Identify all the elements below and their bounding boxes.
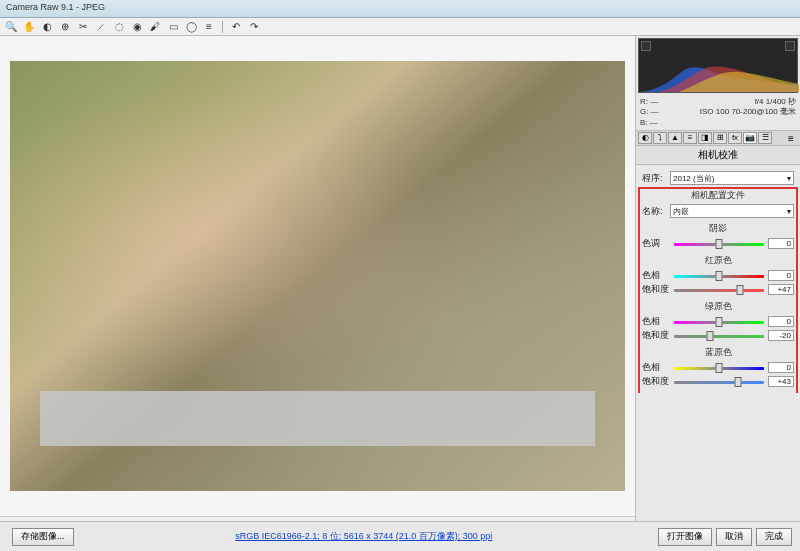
hand-tool-icon[interactable]: ✋ [22, 20, 36, 34]
tab-split[interactable]: ◨ [698, 132, 712, 144]
process-dropdown[interactable]: 2012 (当前) [670, 171, 794, 185]
panel-title: 相机校准 [636, 146, 800, 165]
window-titlebar: Camera Raw 9.1 - JPEG [0, 0, 800, 18]
prefs-icon[interactable]: ≡ [202, 20, 216, 34]
red-header: 红原色 [642, 254, 794, 267]
blue-hue-slider[interactable] [674, 364, 764, 372]
red-hue-label: 色相 [642, 269, 670, 282]
tab-presets[interactable]: ☰ [758, 132, 772, 144]
blue-hue-label: 色相 [642, 361, 670, 374]
histogram-curve [639, 52, 799, 92]
process-row: 程序: 2012 (当前) [642, 171, 794, 185]
done-button[interactable]: 完成 [756, 528, 792, 546]
profile-row: 名称: 内嵌 [642, 204, 794, 218]
shadow-header: 阴影 [642, 222, 794, 235]
sampler-icon[interactable]: ⊕ [58, 20, 72, 34]
red-sat-row: 饱和度 +47 [642, 283, 794, 296]
meta-exposure: f/4 1/400 秒 [755, 97, 796, 107]
eyedropper-icon[interactable]: ◐ [40, 20, 54, 34]
toolbar: 🔍 ✋ ◐ ⊕ ✂ ⟋ ◌ ◉ 🖌 ▭ ◯ ≡ ↶ ↷ [0, 18, 800, 36]
cancel-button[interactable]: 取消 [716, 528, 752, 546]
blue-sat-label: 饱和度 [642, 375, 670, 388]
green-sat-slider[interactable] [674, 332, 764, 340]
main-area: − + 30.4% IMG_6786.JPG ▦ ◨ ⇄ R: —f/4 1/4… [0, 36, 800, 536]
tab-calibration[interactable]: 📷 [743, 132, 757, 144]
tab-detail[interactable]: ▲ [668, 132, 682, 144]
meta-g: G: — [640, 107, 659, 117]
blue-header: 蓝原色 [642, 346, 794, 359]
zoom-tool-icon[interactable]: 🔍 [4, 20, 18, 34]
profile-section-header: 相机配置文件 [642, 189, 794, 202]
red-sat-label: 饱和度 [642, 283, 670, 296]
rotate-ccw-icon[interactable]: ↶ [229, 20, 243, 34]
blue-sat-row: 饱和度 +43 [642, 375, 794, 388]
workflow-link[interactable]: sRGB IEC61966-2.1; 8 位; 5616 x 3744 (21.… [235, 530, 492, 543]
blue-sat-slider[interactable] [674, 378, 764, 386]
green-sat-label: 饱和度 [642, 329, 670, 342]
green-header: 绿原色 [642, 300, 794, 313]
green-hue-slider[interactable] [674, 318, 764, 326]
highlight-clip-icon[interactable] [785, 41, 795, 51]
right-panel: R: —f/4 1/400 秒 G: —ISO 100 70-200@100 毫… [635, 36, 800, 536]
exif-meta: R: —f/4 1/400 秒 G: —ISO 100 70-200@100 毫… [636, 95, 800, 130]
tab-lens[interactable]: ⊞ [713, 132, 727, 144]
profile-label: 名称: [642, 205, 666, 218]
process-label: 程序: [642, 172, 666, 185]
toolbar-separator [222, 21, 223, 33]
spot-icon[interactable]: ◌ [112, 20, 126, 34]
preview-area [0, 36, 635, 516]
tab-curve[interactable]: ⤵ [653, 132, 667, 144]
red-sat-value[interactable]: +47 [768, 284, 794, 295]
shadow-tint-row: 色调 0 [642, 237, 794, 250]
blue-sat-value[interactable]: +43 [768, 376, 794, 387]
meta-r: R: — [640, 97, 658, 107]
straighten-icon[interactable]: ⟋ [94, 20, 108, 34]
tab-fx[interactable]: fx [728, 132, 742, 144]
open-image-button[interactable]: 打开图像 [658, 528, 712, 546]
grad-filter-icon[interactable]: ▭ [166, 20, 180, 34]
blue-hue-value[interactable]: 0 [768, 362, 794, 373]
panel-body: 程序: 2012 (当前) 相机配置文件 名称: 内嵌 阴影 色调 0 红原色 [636, 165, 800, 393]
preview-pane: − + 30.4% IMG_6786.JPG ▦ ◨ ⇄ [0, 36, 635, 536]
panel-menu-icon[interactable]: ≡ [784, 133, 798, 144]
red-hue-slider[interactable] [674, 272, 764, 280]
shadow-tint-slider[interactable] [674, 240, 764, 248]
adjust-brush-icon[interactable]: 🖌 [148, 20, 162, 34]
red-hue-row: 色相 0 [642, 269, 794, 282]
green-hue-label: 色相 [642, 315, 670, 328]
radial-filter-icon[interactable]: ◯ [184, 20, 198, 34]
meta-iso-focal: ISO 100 70-200@100 毫米 [700, 107, 796, 117]
redeye-icon[interactable]: ◉ [130, 20, 144, 34]
footer: 存储图像... sRGB IEC61966-2.1; 8 位; 5616 x 3… [0, 521, 800, 551]
histogram[interactable] [638, 38, 798, 93]
shadow-tint-value[interactable]: 0 [768, 238, 794, 249]
tab-hsl[interactable]: ≡ [683, 132, 697, 144]
green-sat-row: 饱和度 -20 [642, 329, 794, 342]
profile-dropdown[interactable]: 内嵌 [670, 204, 794, 218]
red-sat-slider[interactable] [674, 286, 764, 294]
tab-basic[interactable]: ◐ [638, 132, 652, 144]
save-image-button[interactable]: 存储图像... [12, 528, 74, 546]
shadow-clip-icon[interactable] [641, 41, 651, 51]
red-hue-value[interactable]: 0 [768, 270, 794, 281]
green-sat-value[interactable]: -20 [768, 330, 794, 341]
preview-image[interactable] [10, 61, 625, 491]
blue-hue-row: 色相 0 [642, 361, 794, 374]
watermark-band [40, 391, 595, 446]
rotate-cw-icon[interactable]: ↷ [247, 20, 261, 34]
panel-tabs: ◐ ⤵ ▲ ≡ ◨ ⊞ fx 📷 ☰ ≡ [636, 130, 800, 146]
crop-icon[interactable]: ✂ [76, 20, 90, 34]
meta-b: B: — [640, 118, 658, 128]
green-hue-row: 色相 0 [642, 315, 794, 328]
green-hue-value[interactable]: 0 [768, 316, 794, 327]
shadow-tint-label: 色调 [642, 237, 670, 250]
